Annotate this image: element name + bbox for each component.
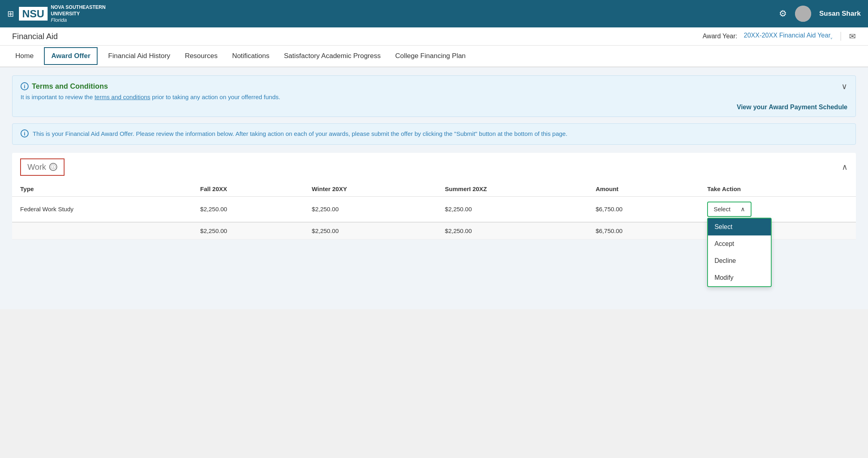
nav-item-college-financing-plan[interactable]: College Financing Plan [388, 46, 473, 67]
award-year-area: Award Year: 20XX-20XX Financial Aid Year… [703, 31, 856, 41]
terms-conditions-link[interactable]: terms and conditions [94, 94, 150, 100]
award-year-link[interactable]: 20XX-20XX Financial Aid Yearᵥ [744, 32, 833, 40]
terms-description: It is important to review the terms and … [21, 94, 847, 100]
cell-summer: $2,250.00 [437, 196, 588, 222]
nsu-abbreviation: NSU [19, 7, 48, 21]
dropdown-trigger[interactable]: Select ∧ [707, 202, 751, 217]
col-header-type: Type [12, 181, 192, 197]
view-award-payment-schedule-link[interactable]: View your Award Payment Schedule [21, 104, 847, 111]
award-year-label: Award Year: [703, 33, 737, 40]
nav-bar: Home Award Offer Financial Aid History R… [0, 46, 868, 67]
terms-header: i Terms and Conditions ∨ [21, 81, 847, 91]
grid-icon[interactable]: ⊞ [7, 9, 14, 19]
totals-fall: $2,250.00 [192, 222, 304, 239]
col-header-amount: Amount [587, 181, 699, 197]
table-row: Federal Work Study $2,250.00 $2,250.00 $… [12, 196, 856, 222]
cell-fall: $2,250.00 [192, 196, 304, 222]
table-header-row: Type Fall 20XX Winter 20XY SummerI 20XZ … [12, 181, 856, 197]
totals-label [12, 222, 192, 239]
main-content: i Terms and Conditions ∨ It is important… [0, 67, 868, 309]
award-table: Type Fall 20XX Winter 20XY SummerI 20XZ … [12, 181, 856, 239]
page-title: Financial Aid [12, 32, 58, 41]
work-title: Work [27, 162, 46, 172]
gear-icon[interactable]: ⚙ [779, 8, 787, 19]
header-right: ⚙ Susan Shark [779, 6, 861, 22]
avatar [795, 6, 811, 22]
totals-amount: $6,750.00 [587, 222, 699, 239]
nav-item-satisfactory-academic-progress[interactable]: Satisfactory Academic Progress [277, 46, 388, 67]
terms-title: i Terms and Conditions [21, 82, 108, 91]
col-header-summer: SummerI 20XZ [437, 181, 588, 197]
work-title-box: Work ⓘ [20, 158, 65, 176]
florida-label: Florida [51, 17, 106, 23]
terms-collapse-button[interactable]: ∨ [841, 81, 847, 91]
sub-header: Financial Aid Award Year: 20XX-20XX Fina… [0, 27, 868, 46]
dropdown-option-modify[interactable]: Modify [708, 269, 771, 286]
dropdown-option-select[interactable]: Select [708, 219, 771, 235]
col-header-action: Take Action [699, 181, 856, 197]
work-section-collapse-button[interactable]: ∧ [842, 162, 848, 172]
take-action-dropdown[interactable]: Select ∧ Select Accept Decline Modify [707, 202, 751, 217]
terms-info-icon: i [21, 82, 29, 90]
info-message-icon: i [21, 129, 29, 137]
cell-action[interactable]: Select ∧ Select Accept Decline Modify [699, 196, 856, 222]
dropdown-chevron-icon: ∧ [741, 206, 745, 213]
nsu-logo: NSU NOVA SOUTHEASTERNUNIVERSITY Florida [19, 4, 106, 23]
dropdown-selected-label: Select [714, 206, 731, 212]
cell-winter: $2,250.00 [304, 196, 437, 222]
nav-item-financial-aid-history[interactable]: Financial Aid History [101, 46, 177, 67]
dropdown-option-accept[interactable]: Accept [708, 235, 771, 252]
dropdown-menu: Select Accept Decline Modify [707, 218, 772, 287]
nav-item-award-offer[interactable]: Award Offer [44, 47, 98, 65]
work-info-icon[interactable]: ⓘ [49, 163, 57, 171]
nav-item-home[interactable]: Home [8, 46, 41, 67]
col-header-fall: Fall 20XX [192, 181, 304, 197]
cell-amount: $6,750.00 [587, 196, 699, 222]
cell-type: Federal Work Study [12, 196, 192, 222]
info-message-box: i This is your Financial Aid Award Offer… [12, 123, 856, 145]
user-name: Susan Shark [819, 10, 861, 18]
work-section: Work ⓘ ∧ Type Fall 20XX Winter 20XY Summ… [12, 153, 856, 239]
work-section-header: Work ⓘ ∧ [12, 153, 856, 181]
top-header: ⊞ NSU NOVA SOUTHEASTERNUNIVERSITY Florid… [0, 0, 868, 27]
col-header-winter: Winter 20XY [304, 181, 437, 197]
nav-item-resources[interactable]: Resources [177, 46, 225, 67]
nav-item-notifications[interactable]: Notifications [225, 46, 277, 67]
logo-area: ⊞ NSU NOVA SOUTHEASTERNUNIVERSITY Florid… [7, 4, 106, 23]
university-full-name: NOVA SOUTHEASTERNUNIVERSITY [51, 4, 106, 17]
dropdown-option-decline[interactable]: Decline [708, 252, 771, 269]
totals-winter: $2,250.00 [304, 222, 437, 239]
mail-icon[interactable]: ✉ [849, 31, 856, 41]
info-message-text: This is your Financial Aid Award Offer. … [33, 129, 567, 139]
totals-summer: $2,250.00 [437, 222, 588, 239]
terms-conditions-box: i Terms and Conditions ∨ It is important… [12, 75, 856, 117]
